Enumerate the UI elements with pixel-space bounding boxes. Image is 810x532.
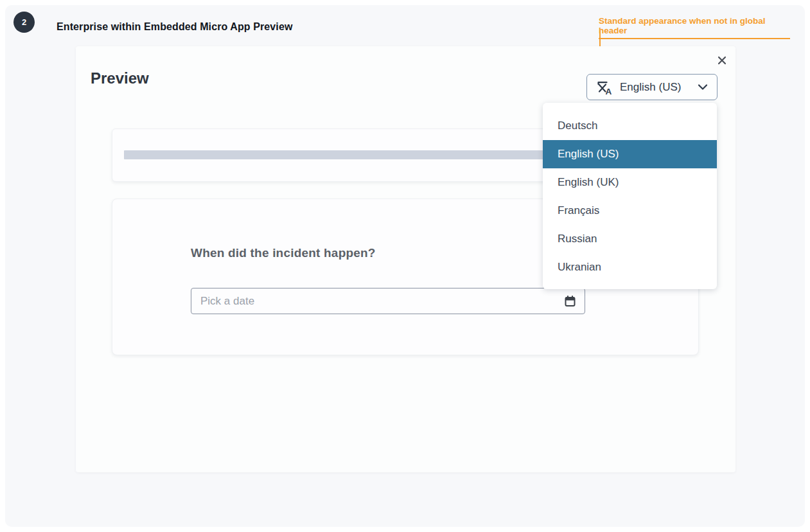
- calendar-icon[interactable]: [565, 296, 576, 307]
- chevron-down-icon: [698, 84, 708, 91]
- preview-modal: Preview A English (US): [76, 46, 735, 472]
- language-selector-button[interactable]: A English (US): [586, 74, 718, 100]
- close-icon: [717, 55, 727, 66]
- modal-title: Preview: [91, 69, 149, 87]
- language-selector-value: English (US): [620, 81, 691, 94]
- language-option-3[interactable]: Français: [543, 197, 717, 225]
- translate-icon: A: [596, 79, 613, 96]
- language-option-2[interactable]: English (UK): [543, 168, 717, 197]
- language-option-1[interactable]: English (US): [543, 140, 717, 168]
- close-button[interactable]: [714, 53, 730, 68]
- step-number-badge: 2: [13, 12, 35, 33]
- date-picker-input[interactable]: Pick a date: [191, 288, 585, 314]
- preview-frame: 2 Enterprise within Embedded Micro App P…: [5, 5, 805, 527]
- date-input-placeholder: Pick a date: [200, 295, 558, 308]
- page-title: Enterprise within Embedded Micro App Pre…: [57, 16, 292, 37]
- language-option-4[interactable]: Russian: [543, 225, 717, 253]
- question-label: When did the incident happen?: [191, 246, 376, 260]
- svg-text:A: A: [606, 87, 612, 96]
- annotation-callout: Standard appearance when not in global h…: [599, 16, 790, 39]
- language-option-0[interactable]: Deutsch: [543, 112, 717, 140]
- language-option-5[interactable]: Ukranian: [543, 253, 717, 281]
- language-dropdown-menu: Deutsch English (US) English (UK) França…: [543, 103, 717, 289]
